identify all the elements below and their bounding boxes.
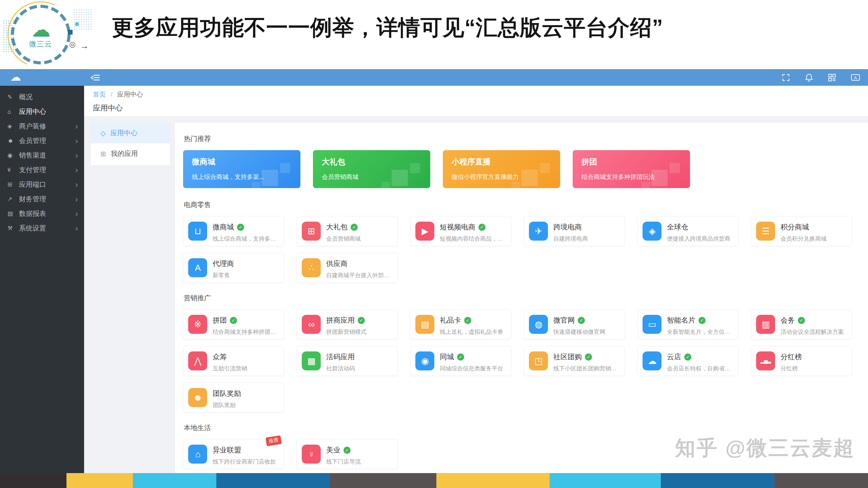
app-name-row: 社区团购✓: [553, 352, 620, 362]
app-name-row: 美业✓: [326, 445, 361, 455]
hot-card-title: 小程序直播: [452, 157, 551, 167]
mosaic-decoration: [521, 170, 538, 186]
app-name-row: 代理商: [213, 259, 234, 268]
screen: ◎ → ☁ 微三云 更多应用功能不一一例举，详情可见“汇总版云平台介绍” ☁: [0, 0, 868, 488]
app-name: 拼商应用: [326, 316, 355, 325]
app-name: 异业联盟: [213, 445, 241, 455]
sidebar-item-data-reports[interactable]: ▤数据报表›: [0, 206, 84, 221]
app-name: 智能名片: [667, 316, 695, 325]
app-card[interactable]: ◈全球仓便捷接入跨境商品供货商: [637, 216, 738, 246]
linked-badge-icon: ✓: [698, 317, 706, 324]
app-card[interactable]: ☰积分商城会员积分兑换商城: [751, 216, 852, 246]
bell-icon[interactable]: [804, 73, 814, 82]
app-desc: 会员营销商城: [326, 235, 361, 243]
sidebar-item-label: 销售渠道: [19, 151, 46, 160]
app-card[interactable]: ⊞大礼包✓会员营销商城: [297, 216, 398, 246]
cloud-store-icon: ☁: [643, 351, 662, 370]
sidebar-item-app-center[interactable]: ⌂应用中心: [0, 104, 84, 119]
promo-banner: ◎ → ☁ 微三云 更多应用功能不一一例举，详情可见“汇总版云平台介绍”: [0, 0, 868, 69]
sidebar-item-label: 概况: [19, 93, 33, 102]
sidebar-item-app-ports[interactable]: ⊞应用端口›: [0, 177, 84, 192]
app-name-row: 大礼包✓: [326, 222, 361, 232]
sidebar-item-merchant-decor[interactable]: ◈商户装修›: [0, 119, 84, 134]
app-desc: 便捷接入跨境商品供货商: [667, 235, 730, 243]
app-card[interactable]: ◳社区团购✓线下小区团长团购营销功能: [524, 346, 625, 376]
ports-icon: ⊞: [7, 181, 19, 188]
app-grid-marketing: ※拼团✓结合商城支持多种拼团玩法∞拼商应用✓拼团新营销模式▤礼品卡✓线上送礼，虚…: [183, 309, 860, 412]
app-card-info: 拼团✓结合商城支持多种拼团玩法: [213, 315, 279, 334]
app-card[interactable]: ◍微官网✓快速搭建移动微官网: [524, 309, 625, 339]
collapse-menu-icon[interactable]: [90, 73, 100, 83]
stripe-segment: [66, 473, 133, 488]
rings-icon: ∞: [302, 315, 321, 334]
arrow-right-icon: →: [80, 41, 89, 51]
language-icon[interactable]: A: [850, 73, 861, 82]
mosaic-decoration: [670, 163, 680, 173]
subnav-item-app-center[interactable]: ◇应用中心: [91, 123, 170, 143]
app-name-row: 供应商: [326, 259, 393, 268]
subnav-item-my-apps[interactable]: ⊞我的应用: [91, 143, 170, 164]
app-card-info: 云店✓会员店长特权，自购省分...: [667, 351, 733, 370]
app-name: 代理商: [213, 259, 234, 268]
app-card[interactable]: ∞拼商应用✓拼团新营销模式: [297, 309, 398, 339]
crowdfund-icon: ⋀: [188, 351, 207, 370]
app-card[interactable]: ✈跨境电商自建跨境电商: [524, 216, 625, 246]
app-card[interactable]: ▦活码应用社群活动码: [297, 346, 398, 376]
ball-icon: ◍: [529, 315, 548, 334]
payment-icon: ¥: [7, 167, 19, 174]
app-name: 短视频电商: [440, 222, 475, 232]
sidebar-item-overview[interactable]: ✎概况: [0, 90, 84, 104]
stripe-segment: [774, 473, 868, 488]
app-card[interactable]: ▂▅▃分红榜分红榜: [751, 346, 852, 376]
app-card[interactable]: ☻团队奖励团队奖励: [183, 383, 284, 412]
app-card-info: 跨境电商自建跨境电商: [553, 222, 588, 241]
qr-code-icon: ▦: [302, 351, 321, 370]
app-card-info: 众筹互助引流营销: [213, 351, 247, 370]
name-card-icon: ▭: [643, 315, 662, 334]
app-card[interactable]: ※拼团✓结合商城支持多种拼团玩法: [183, 309, 284, 339]
app-card[interactable]: ◉同城✓同城综合信息类服务平台: [410, 346, 511, 376]
settings-icon: ⚒: [7, 225, 19, 232]
app-name-row: 拼团✓: [213, 316, 279, 325]
app-card[interactable]: ♀美业✓线下门店导流: [297, 439, 398, 469]
warehouse-icon: ◈: [643, 222, 662, 241]
hot-card[interactable]: 小程序直播微信小程序官方直播能力: [443, 150, 560, 188]
app-desc: 线下小区团长团购营销功能: [553, 365, 620, 372]
app-card[interactable]: ⊔微商城✓线上综合商城，支持多渠...: [183, 216, 284, 246]
app-card[interactable]: ☁云店✓会员店长特权，自购省分...: [637, 346, 738, 376]
logo-circle: ☁ 微三云: [16, 10, 65, 59]
app-name: 全球仓: [667, 222, 688, 232]
sidebar-item-member-mgmt[interactable]: ☻会员管理›: [0, 134, 84, 148]
hot-card[interactable]: 微商城线上综合商城，支持多渠...: [183, 150, 300, 188]
app-card[interactable]: ▭智能名片✓全新智能名片，全方位智...: [637, 309, 738, 339]
app-name: 礼品卡: [440, 316, 461, 325]
hot-card[interactable]: 拼团结合商城支持多种拼团玩法: [573, 150, 690, 188]
app-desc: 线上送礼，虚拟礼品卡券: [440, 328, 503, 336]
subnav-item-label: 应用中心: [110, 128, 137, 138]
sidebar-item-sales-channel[interactable]: ◉销售渠道›: [0, 148, 84, 163]
app-desc: 线下门店导流: [326, 458, 361, 466]
app-card-info: 微官网✓快速搭建移动微官网: [553, 315, 605, 334]
linked-badge-icon: ✓: [478, 224, 486, 231]
app-card[interactable]: ⌂异业联盟线下跨行业商家门店收款推荐: [183, 439, 284, 469]
app-card[interactable]: ▶短视频电商✓短视频内容结合商品，社...: [410, 216, 511, 246]
app-name-row: 分红榜: [781, 352, 802, 362]
app-logo-cloud-icon[interactable]: ☁: [10, 70, 21, 83]
sidebar-item-finance-mgmt[interactable]: ↗财务管理›: [0, 192, 84, 206]
sidebar-item-system-settings[interactable]: ⚒系统设置›: [0, 221, 84, 236]
hot-card[interactable]: 大礼包会员营销商城: [313, 150, 430, 188]
linked-badge-icon: ✓: [351, 224, 358, 231]
app-card[interactable]: ▥会务✓活动会议全流程解决方案: [751, 309, 852, 339]
app-card[interactable]: A代理商新零售: [183, 253, 284, 283]
breadcrumb-home-link[interactable]: 首页: [93, 91, 106, 98]
app-card[interactable]: ▤礼品卡✓线上送礼，虚拟礼品卡券: [410, 309, 511, 339]
app-name: 活码应用: [326, 352, 355, 362]
app-card[interactable]: ⋀众筹互助引流营销: [183, 346, 284, 376]
app-card-info: 全球仓便捷接入跨境商品供货商: [667, 222, 730, 241]
apps-grid-icon[interactable]: [827, 73, 837, 82]
app-card[interactable]: ∴供应商自建商城平台接入外部供...: [297, 253, 398, 283]
sidebar-item-payment-mgmt[interactable]: ¥支付管理›: [0, 163, 84, 177]
fullscreen-icon[interactable]: [781, 73, 791, 82]
app-card-info: 供应商自建商城平台接入外部供...: [326, 258, 393, 277]
hot-card-title: 拼团: [581, 157, 681, 167]
